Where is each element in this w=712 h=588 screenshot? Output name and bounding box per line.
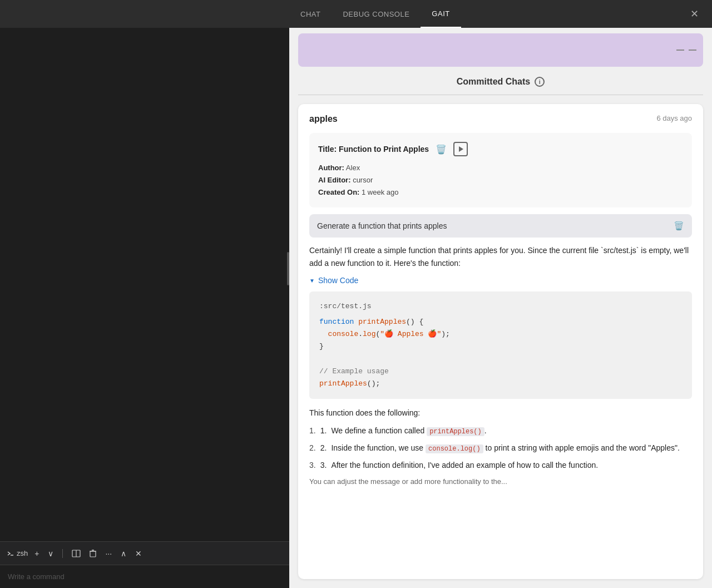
play-arrow-icon [459,146,463,152]
more-options-button[interactable]: ··· [103,548,114,559]
right-panel: Committed Chats i apples 6 days ago Titl… [289,28,712,588]
terminal-input-area [0,565,289,588]
tab-gait[interactable]: GAIT [421,0,461,28]
svg-rect-3 [90,551,96,557]
committed-chats-title: Committed Chats [457,77,530,87]
terminal-prompt-icon [7,550,14,557]
delete-terminal-button[interactable] [87,549,98,559]
code-inline-2: console.log() [426,444,483,453]
terminal-icon: zsh [7,549,28,557]
list-item-2: 2. Inside the function, we use console.l… [309,442,692,454]
created-value: 1 week ago [362,188,399,196]
gait-top-area [289,28,712,67]
committed-chats-header: Committed Chats i [289,67,712,95]
chat-card-header: apples 6 days ago [309,114,692,124]
tab-chat[interactable]: CHAT [289,0,332,28]
user-bubble-text: Generate a function that prints apples [317,221,447,230]
code-line-blank [319,353,682,365]
commit-meta: Author: Alex AI Editor: cursor Created O… [318,162,683,199]
ai-editor-value: cursor [353,176,373,184]
code-line-call: printApples(); [319,378,682,390]
bubble-trash-icon[interactable]: 🗑️ [674,221,684,231]
commit-title-label: Title: Function to Print Apples [318,145,429,154]
main-layout: zsh + ∨ ··· ∧ ✕ [0,28,712,588]
show-code-label: Show Code [318,276,358,285]
code-line-2: console.log("🍎 Apples 🍎"); [319,328,682,340]
list-item-1: 1. We define a function called printAppl… [309,424,692,437]
show-code-toggle[interactable]: ▼ Show Code [309,276,692,285]
top-nav: CHAT DEBUG CONSOLE GAIT ✕ [0,0,712,28]
list-item-3: 3. After the function definition, I've a… [309,459,692,471]
trash-icon [90,550,96,557]
terminal-bottom-bar: zsh + ∨ ··· ∧ ✕ [0,541,289,565]
close-terminal-button[interactable]: ✕ [133,548,144,559]
chat-timestamp: 6 days ago [656,114,692,122]
terminal-area [0,28,289,541]
commit-title-row: Title: Function to Print Apples 🗑️ [318,142,683,156]
split-terminal-button[interactable] [70,549,83,559]
code-file-path: :src/test.js [319,300,682,313]
minimize-button[interactable] [676,50,684,51]
commit-title-value: Function to Print Apples [339,145,429,154]
desc-text: This function does the following: [309,407,692,419]
numbered-list: 1. We define a function called printAppl… [309,424,692,472]
commit-item: Title: Function to Print Apples 🗑️ Autho… [309,133,692,207]
code-line-3: } [319,340,682,353]
list-item-number: 2. [320,442,327,454]
play-button[interactable] [453,142,468,156]
top-card [298,33,703,67]
bottom-text: You can adjust the message or add more f… [309,476,692,488]
code-inline-1: printApples() [427,427,484,436]
ai-response-text: Certainly! I'll create a simple function… [309,244,692,269]
code-block: :src/test.js function printApples() { co… [309,291,692,399]
top-card-controls [676,50,696,51]
list-item-number: 1. [320,424,327,437]
collapse-button[interactable]: ∧ [118,548,128,559]
triangle-icon: ▼ [309,278,315,284]
chat-name: apples [309,114,338,124]
chat-card: apples 6 days ago Title: Function to Pri… [298,104,703,579]
close-button[interactable]: ✕ [688,7,701,21]
list-item-number: 3. [320,459,327,471]
code-line-1: function printApples() { [319,316,682,328]
info-icon[interactable]: i [535,77,545,87]
terminal-input[interactable] [8,572,281,581]
separator-line [298,95,703,95]
maximize-button[interactable] [689,50,696,51]
scroll-thumb[interactable] [287,252,289,285]
add-terminal-button[interactable]: + [32,548,41,559]
terminal-divider [62,549,63,558]
split-icon [72,550,81,557]
left-panel: zsh + ∨ ··· ∧ ✕ [0,28,289,588]
dropdown-button[interactable]: ∨ [46,548,56,559]
trash-commit-button[interactable]: 🗑️ [434,144,448,155]
user-message-bubble: Generate a function that prints apples 🗑… [309,214,692,238]
shell-name: zsh [17,549,28,557]
tab-debug[interactable]: DEBUG CONSOLE [332,0,421,28]
code-line-comment: // Example usage [319,365,682,378]
author-value: Alex [346,164,360,172]
